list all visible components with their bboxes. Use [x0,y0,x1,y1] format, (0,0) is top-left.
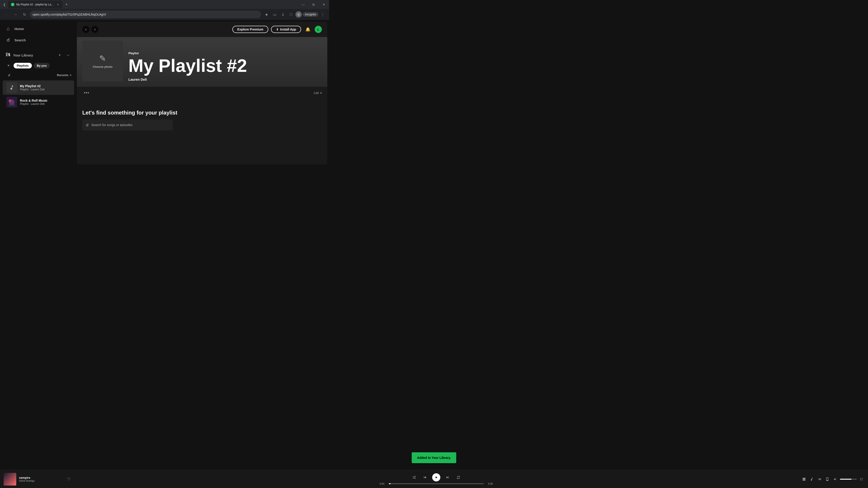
svg-rect-0 [6,53,7,57]
back-nav-button[interactable]: ‹ [82,26,90,33]
more-dot-1 [84,92,85,93]
playlist-item-rock-roll[interactable]: Rock & Roll Music Playlist · Lauren Deli [3,95,74,109]
sidebar-item-search[interactable]: ☌ Search [3,35,74,45]
sidebar-item-home[interactable]: ⌂ Home [3,24,74,34]
playlist-owner: Lauren Deli [128,77,322,81]
playlist-owner-2: Lauren Deli [31,102,44,105]
reload-button[interactable]: ↻ [21,11,28,18]
svg-rect-2 [8,53,10,56]
playlist-controls: List ≡ [77,87,327,99]
install-app-label: Install App [280,28,296,31]
install-app-button[interactable]: ⇓ Install App [271,26,301,33]
user-avatar[interactable]: L [315,26,322,33]
playlist-title: My Playlist #2 [128,57,322,75]
playlist-thumb-2 [6,97,17,107]
window-controls: — ⧉ ✕ [298,0,329,9]
install-icon: ⇓ [276,28,279,31]
split-screen-button[interactable]: ▭ [271,11,278,18]
address-bar: ← → ↻ open.spotify.com/playlist/7t1r5Pq1… [0,9,329,20]
list-label: List [314,91,319,95]
search-songs-input[interactable] [91,123,169,127]
library-title-group[interactable]: Your Library [5,52,33,58]
tab-title: My Playlist #2 - playlist by Laur... [16,3,54,6]
playlist-name-2: Rock & Roll Music [20,99,70,102]
incognito-badge[interactable]: Incognito [303,12,318,17]
forward-nav-button[interactable]: › [91,26,98,33]
tab-group-arrow[interactable]: ❮ [2,2,7,7]
playlist-type-label-2: Playlist · [20,102,31,105]
close-filter-button[interactable]: ✕ [5,62,12,69]
playlist-owner-1: Lauren Deli [31,88,44,91]
search-label: Search [14,38,26,42]
list-icon: ≡ [320,91,322,95]
forward-button[interactable]: → [12,11,19,18]
library-section: Your Library + → ✕ Playlists By you ☌ Re… [2,49,75,166]
choose-photo-label: Choose photo [93,65,112,68]
playlist-cover[interactable]: ✎ Choose photo [82,41,123,81]
svg-rect-1 [7,53,8,57]
playlist-meta-1: Playlist · Lauren Deli [20,88,70,91]
filter-by-you[interactable]: By you [34,63,50,68]
app-container: ⌂ Home ☌ Search Your Library + → [0,20,329,166]
more-dot-3 [88,92,89,93]
sidebar: ⌂ Home ☌ Search Your Library + → [0,20,77,166]
tab-bar: ❮ S My Playlist #2 - playlist by Laur...… [0,0,329,9]
notification-button[interactable]: 🔔 [304,25,312,33]
bookmark-button[interactable]: ★ [263,11,270,18]
address-actions: ★ ▭ ⇓ □ G Incognito ⋮ [263,11,327,18]
find-title: Let's find something for your playlist [82,109,322,116]
tab-close-button[interactable]: ✕ [56,3,60,6]
library-search-button[interactable]: ☌ [5,71,13,78]
filter-playlists[interactable]: Playlists [13,63,32,68]
playlist-thumb-1 [6,82,17,93]
edit-icon: ✎ [99,54,106,63]
library-search-row: ☌ Recents ≡ [2,70,75,80]
playlist-hero: ✎ Choose photo Playlist My Playlist #2 L… [77,37,327,87]
nav-arrows: ‹ › [82,26,98,33]
recents-button[interactable]: Recents ≡ [57,73,71,77]
playlist-type-label-1: Playlist · [20,88,31,91]
playlist-info-1: My Playlist #2 Playlist · Lauren Deli [20,84,70,91]
playlist-empty-area: Let's find something for your playlist ☌ [77,99,327,164]
close-button[interactable]: ✕ [319,0,329,9]
search-songs-bar[interactable]: ☌ [82,120,173,130]
playlist-name-1: My Playlist #2 [20,84,70,88]
tab-favicon: S [11,3,14,6]
active-tab[interactable]: S My Playlist #2 - playlist by Laur... ✕ [8,1,62,8]
playlist-info-2: Rock & Roll Music Playlist · Lauren Deli [20,99,70,105]
back-button[interactable]: ← [3,11,10,18]
minimize-button[interactable]: — [298,0,308,9]
recents-icon: ≡ [70,73,71,77]
main-content: ‹ › Explore Premium ⇓ Install App 🔔 L ✎ … [77,22,327,164]
library-icon [5,52,10,58]
svg-point-5 [8,99,11,102]
url-text: open.spotify.com/playlist/7t1r5Pq1EABHLl… [33,13,106,16]
find-something-section: Let's find something for your playlist ☌ [82,104,322,135]
list-view-button[interactable]: List ≡ [314,91,322,95]
home-icon: ⌂ [5,26,11,32]
more-options-button[interactable] [82,90,91,95]
more-dot-2 [86,92,87,93]
playlist-type-label: Playlist [128,52,322,55]
playlist-item-my-playlist-2[interactable]: My Playlist #2 Playlist · Lauren Deli [3,80,74,95]
library-header: Your Library + → [2,49,75,61]
topbar-actions: Explore Premium ⇓ Install App 🔔 L [232,25,322,33]
playlist-details: Playlist My Playlist #2 Lauren Deli [128,52,322,81]
browser-chrome: ❮ S My Playlist #2 - playlist by Laur...… [0,0,329,20]
home-label: Home [14,27,24,31]
new-tab-button[interactable]: + [63,1,70,8]
sidebar-navigation: ⌂ Home ☌ Search [0,20,77,49]
search-icon: ☌ [5,37,11,43]
add-library-button[interactable]: + [56,52,63,59]
restore-button[interactable]: ⧉ [308,0,319,9]
menu-button[interactable]: ⋮ [319,11,327,18]
library-actions: + → [56,52,71,59]
explore-premium-button[interactable]: Explore Premium [232,26,268,33]
expand-library-button[interactable]: → [64,52,71,59]
url-bar[interactable]: open.spotify.com/playlist/7t1r5Pq1EABHLl… [30,11,261,18]
library-title: Your Library [13,53,33,57]
download-button[interactable]: ⇓ [279,11,286,18]
profile-button[interactable]: G [296,11,302,18]
extension-button[interactable]: □ [287,11,294,18]
search-songs-icon: ☌ [86,123,89,127]
